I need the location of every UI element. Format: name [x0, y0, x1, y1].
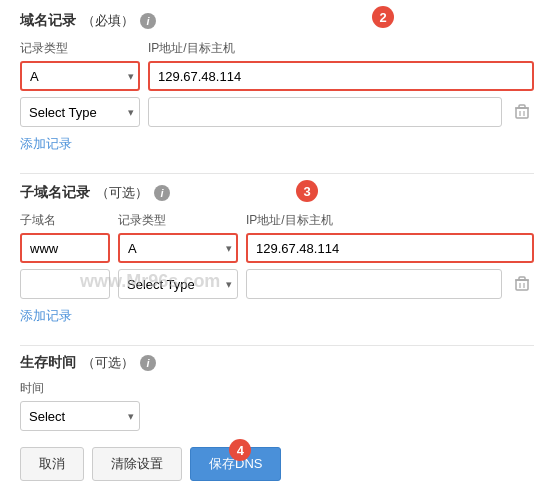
- domain-section-title: 域名记录 （必填） i 2: [20, 10, 534, 32]
- domain-add-link[interactable]: 添加记录: [20, 135, 72, 153]
- ttl-select[interactable]: Select 300 600 1800 3600 7200 86400: [20, 401, 140, 431]
- domain-type-select-wrapper-2: Select Type A AAAA CNAME MX TXT: [20, 97, 140, 127]
- clear-button[interactable]: 清除设置: [92, 447, 182, 481]
- ttl-select-wrapper: Select 300 600 1800 3600 7200 86400: [20, 401, 140, 431]
- domain-ip-input-2[interactable]: [148, 97, 502, 127]
- domain-row-2: Select Type A AAAA CNAME MX TXT: [20, 97, 534, 127]
- svg-rect-0: [516, 108, 528, 118]
- subdomain-delete-button-2[interactable]: [510, 276, 534, 292]
- subdomain-add-link[interactable]: 添加记录: [20, 307, 72, 325]
- domain-row-1: A AAAA CNAME MX TXT: [20, 61, 534, 91]
- subdomain-row-2: Select Type A AAAA CNAME MX TXT www.Mr96…: [20, 269, 534, 299]
- subdomain-section-title: 子域名记录 （可选） i 3: [20, 182, 534, 204]
- trash-icon: [514, 104, 530, 120]
- ttl-section: 生存时间 （可选） i 时间 Select 300 600 1800 3600 …: [20, 354, 534, 431]
- domain-type-select-2[interactable]: Select Type A AAAA CNAME MX TXT: [20, 97, 140, 127]
- svg-rect-5: [516, 280, 528, 290]
- label-subdomain: 子域名: [20, 212, 110, 229]
- domain-help-icon[interactable]: i: [140, 13, 156, 29]
- domain-delete-button-2[interactable]: [510, 104, 534, 120]
- badge-2: 2: [372, 6, 394, 28]
- sub-type-select-2[interactable]: Select Type A AAAA CNAME MX TXT: [118, 269, 238, 299]
- subdomain-input-1[interactable]: [20, 233, 110, 263]
- sub-type-select-1[interactable]: A AAAA CNAME MX TXT: [118, 233, 238, 263]
- subdomain-input-2[interactable]: [20, 269, 110, 299]
- label-record-type: 记录类型: [20, 40, 140, 57]
- svg-rect-2: [519, 105, 525, 108]
- ttl-section-title: 生存时间 （可选） i: [20, 354, 534, 372]
- sub-ip-input-1[interactable]: [246, 233, 534, 263]
- divider-1: [20, 173, 534, 174]
- domain-ip-input-1[interactable]: [148, 61, 534, 91]
- svg-rect-7: [519, 277, 525, 280]
- label-sub-ip: IP地址/目标主机: [246, 212, 534, 229]
- domain-type-select-1[interactable]: A AAAA CNAME MX TXT: [20, 61, 140, 91]
- sub-type-select-wrapper-1: A AAAA CNAME MX TXT: [118, 233, 238, 263]
- domain-type-select-wrapper-1: A AAAA CNAME MX TXT: [20, 61, 140, 91]
- subdomain-row-1: A AAAA CNAME MX TXT: [20, 233, 534, 263]
- label-ip-host: IP地址/目标主机: [148, 40, 534, 57]
- badge-3: 3: [296, 180, 318, 202]
- sub-type-select-wrapper-2: Select Type A AAAA CNAME MX TXT: [118, 269, 238, 299]
- divider-2: [20, 345, 534, 346]
- cancel-button[interactable]: 取消: [20, 447, 84, 481]
- label-sub-type: 记录类型: [118, 212, 238, 229]
- ttl-help-icon[interactable]: i: [140, 355, 156, 371]
- ttl-time-label: 时间: [20, 380, 120, 397]
- trash-icon-2: [514, 276, 530, 292]
- button-row: 取消 清除设置 保存DNS 4: [20, 447, 534, 481]
- domain-field-labels: 记录类型 IP地址/目标主机: [20, 40, 534, 57]
- sub-ip-input-2[interactable]: [246, 269, 502, 299]
- subdomain-field-labels: 子域名 记录类型 IP地址/目标主机: [20, 212, 534, 229]
- subdomain-help-icon[interactable]: i: [154, 185, 170, 201]
- ttl-row: Select 300 600 1800 3600 7200 86400: [20, 401, 534, 431]
